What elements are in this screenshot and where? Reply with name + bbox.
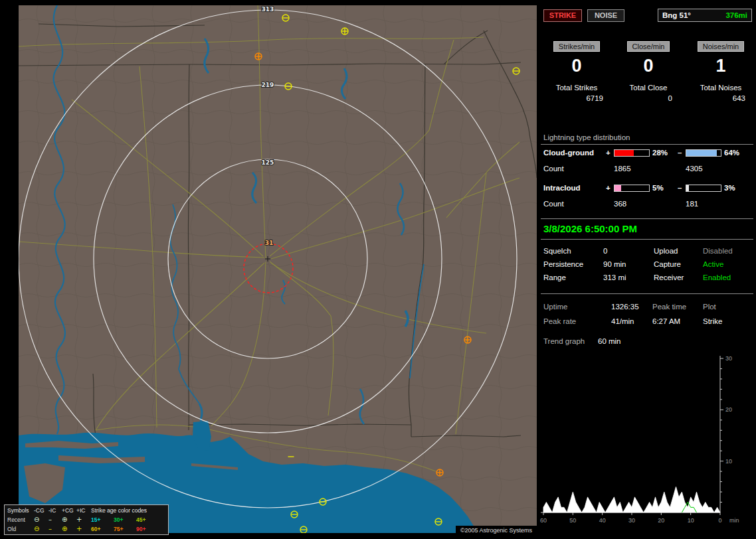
- ic-negative-pct: 3%: [724, 184, 735, 192]
- receiver-label: Receiver: [654, 273, 684, 281]
- map-canvas: 313 219 125 31: [19, 5, 537, 533]
- count-label: Count: [543, 165, 564, 173]
- cg-negative-count: 4305: [686, 165, 703, 173]
- neg-cg-icon: ⊖: [34, 526, 48, 532]
- close-column: Close/min 0 Total Close 0: [618, 41, 679, 102]
- map-legend: Symbols -CG -IC +CG +IC Strike age color…: [4, 504, 169, 535]
- neg-ic-icon: –: [48, 526, 62, 532]
- range-ring-label: 219: [262, 82, 274, 88]
- ic-positive-count: 368: [614, 200, 626, 208]
- trend-graph-label: Trend graph: [543, 337, 585, 345]
- svg-text:0: 0: [718, 517, 721, 524]
- plot-label: Plot: [703, 303, 716, 311]
- persistence-label: Persistence: [543, 260, 583, 268]
- trend-graph: 3020106050403020100min: [539, 353, 756, 539]
- count-label: Count: [543, 200, 564, 208]
- noise-mode-button[interactable]: NOISE: [587, 9, 624, 22]
- divider: [541, 144, 753, 145]
- squelch-label: Squelch: [543, 247, 571, 255]
- svg-text:10: 10: [725, 458, 732, 465]
- legend-age-header: Strike age color codes: [91, 507, 168, 514]
- pos-ic-icon: +: [76, 516, 91, 523]
- svg-text:40: 40: [599, 517, 606, 524]
- upload-status: Disabled: [703, 247, 733, 255]
- range-label: Range: [543, 273, 566, 281]
- intracloud-label: Intracloud: [543, 184, 581, 192]
- ic-negative-count: 181: [686, 200, 698, 208]
- intracloud-count-row: Count 368 181: [539, 200, 756, 209]
- svg-text:20: 20: [658, 517, 664, 524]
- stats-row: Peak rate 41/min 6:27 AM Strike: [539, 317, 756, 327]
- strike-symbol-pos_cg: [341, 28, 348, 35]
- cg-negative-bar: [686, 149, 721, 157]
- age-60: 60+: [91, 526, 114, 532]
- legend-old-row: Old ⊖ – ⊕ + 60+75+90+: [7, 524, 168, 534]
- pos-cg-icon: ⊕: [62, 516, 76, 523]
- age-75: 75+: [114, 526, 136, 532]
- svg-text:30: 30: [725, 355, 732, 362]
- squelch-value: 0: [603, 247, 607, 255]
- legend-old-label: Old: [7, 526, 34, 532]
- ic-positive-bar: [614, 185, 650, 192]
- peak-rate-value: 41/min: [611, 317, 634, 325]
- upload-label: Upload: [654, 247, 678, 255]
- age-30: 30+: [114, 516, 136, 523]
- cg-negative-pct: 64%: [724, 149, 739, 157]
- legend-type-pos-ic: +IC: [76, 507, 91, 514]
- divider: [541, 293, 753, 294]
- cloud-ground-label: Cloud-ground: [543, 149, 594, 157]
- ic-positive-pct: 5%: [652, 184, 664, 192]
- legend-header-row: Symbols -CG -IC +CG +IC Strike age color…: [7, 506, 168, 515]
- lightning-map[interactable]: 313 219 125 31: [19, 5, 537, 533]
- range-ring-label: 31: [265, 240, 274, 246]
- age-codes-recent: 15+30+45+: [91, 516, 168, 523]
- strikes-per-min-button[interactable]: Strikes/min: [553, 41, 600, 52]
- pos-ic-icon: +: [76, 526, 91, 532]
- bearing-distance: 376mi: [725, 11, 747, 19]
- noises-column: Noises/min 1 Total Noises 643: [690, 41, 752, 102]
- strike-rate-trace: [543, 487, 720, 512]
- strikes-column: Strikes/min 0 Total Strikes 6719: [543, 41, 610, 102]
- stats-row: Uptime 1326:35 Peak time Plot: [539, 303, 756, 312]
- capture-status: Active: [703, 260, 723, 268]
- minus-sign: –: [678, 149, 682, 157]
- cg-positive-count: 1865: [614, 165, 631, 173]
- settings-row: Range 313 mi Receiver Enabled: [539, 273, 756, 283]
- divider: [541, 239, 753, 240]
- total-strikes-label: Total Strikes: [543, 84, 610, 92]
- receiver-status: Enabled: [703, 273, 731, 281]
- ic-negative-bar: [686, 185, 721, 192]
- neg-cg-icon: ⊖: [34, 516, 48, 523]
- cg-positive-pct: 28%: [652, 149, 668, 157]
- range-ring-label: 125: [262, 159, 274, 166]
- cloud-ground-row: Cloud-ground + 28% – 64%: [539, 149, 756, 158]
- age-codes-old: 60+75+90+: [91, 526, 168, 532]
- minus-sign: –: [678, 184, 682, 192]
- trend-window-value: 60 min: [598, 337, 621, 345]
- noises-per-min-button[interactable]: Noises/min: [698, 41, 744, 52]
- age-15: 15+: [91, 516, 114, 523]
- settings-row: Persistence 90 min Capture Active: [539, 260, 756, 270]
- close-per-min-button[interactable]: Close/min: [627, 41, 670, 52]
- strike-symbol-pos_cg: [436, 469, 443, 476]
- strike-mode-button[interactable]: STRIKE: [543, 9, 582, 22]
- copyright-text: ©2005 Astrogenic Systems: [456, 526, 537, 535]
- peak-rate-label: Peak rate: [543, 317, 576, 325]
- svg-text:60: 60: [540, 517, 547, 524]
- svg-text:30: 30: [628, 517, 635, 524]
- close-per-min-value: 0: [618, 56, 679, 76]
- age-90: 90+: [136, 526, 159, 532]
- legend-type-neg-ic: -IC: [48, 507, 62, 514]
- uptime-label: Uptime: [543, 303, 567, 311]
- legend-recent-row: Recent ⊖ – ⊕ + 15+30+45+: [7, 515, 168, 524]
- settings-row: Squelch 0 Upload Disabled: [539, 247, 756, 256]
- pos-cg-icon: ⊕: [62, 526, 76, 532]
- neg-ic-icon: –: [48, 516, 62, 523]
- cg-positive-bar: [614, 149, 650, 157]
- noises-per-min-value: 1: [690, 56, 752, 76]
- legend-type-pos-cg: +CG: [62, 507, 76, 514]
- plot-value: Strike: [703, 317, 722, 325]
- svg-text:10: 10: [688, 517, 694, 524]
- total-noises-value: 643: [690, 94, 752, 102]
- divider: [541, 218, 753, 219]
